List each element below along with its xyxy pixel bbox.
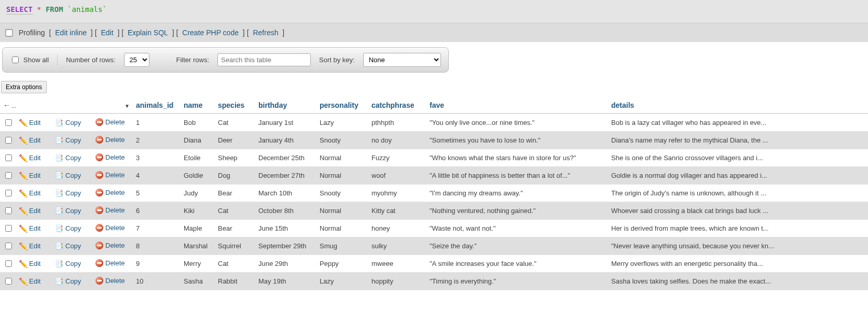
edit-row-link[interactable]: Edit — [19, 207, 40, 215]
col-fave[interactable]: fave — [426, 97, 608, 114]
table-row: EditCopyDelete2DianaDeerJanuary 4thSnoot… — [0, 132, 868, 149]
delete-row-link[interactable]: Delete — [95, 136, 125, 144]
delete-row-link[interactable]: Delete — [95, 277, 125, 285]
col-catchphrase[interactable]: catchphrase — [368, 97, 426, 114]
pencil-icon — [19, 172, 27, 180]
cell-details: The origin of Judy's name is unknown, al… — [608, 185, 868, 202]
row-checkbox[interactable] — [5, 260, 12, 267]
table-row: EditCopyDelete4GoldieDogDecember 27thNor… — [0, 167, 868, 185]
cell-birthday: January 1st — [255, 114, 316, 132]
copy-row-link[interactable]: Copy — [55, 277, 81, 286]
num-rows-select[interactable]: 25 — [124, 53, 149, 67]
sql-query-display: SELECT * FROM `animals` — [0, 0, 868, 23]
row-checkbox[interactable] — [5, 190, 12, 196]
sort-direction-header[interactable]: ←T→ — [0, 97, 16, 114]
pencil-icon — [19, 207, 27, 215]
copy-icon — [55, 136, 63, 145]
pencil-icon — [19, 119, 27, 127]
row-checkbox[interactable] — [5, 154, 12, 161]
row-checkbox[interactable] — [5, 278, 12, 285]
cell-details: Bob is a lazy cat villager who has appea… — [608, 114, 868, 132]
col-species[interactable]: species — [215, 97, 255, 114]
cell-id: 10 — [133, 273, 181, 290]
cell-id: 7 — [133, 220, 181, 237]
delete-row-link[interactable]: Delete — [95, 171, 125, 179]
copy-row-link[interactable]: Copy — [55, 260, 81, 268]
copy-icon — [55, 172, 63, 180]
explain-sql-link[interactable]: Explain SQL — [128, 29, 168, 37]
edit-link[interactable]: Edit — [101, 29, 113, 37]
sort-by-key-select[interactable]: None — [363, 53, 441, 67]
filter-rows-input[interactable] — [217, 53, 311, 66]
delete-row-link[interactable]: Delete — [95, 153, 125, 161]
copy-row-link[interactable]: Copy — [55, 189, 81, 197]
delete-row-link[interactable]: Delete — [95, 118, 125, 126]
edit-inline-link[interactable]: Edit inline — [55, 29, 87, 37]
copy-icon — [55, 242, 63, 250]
cell-catchphrase: Fuzzy — [368, 149, 426, 167]
edit-row-link[interactable]: Edit — [19, 189, 40, 197]
results-controls: Show all Number of rows: 25 Filter rows:… — [2, 47, 449, 73]
delete-icon — [95, 242, 103, 249]
edit-row-link[interactable]: Edit — [19, 172, 40, 180]
cell-name: Merry — [181, 255, 215, 273]
cell-name: Judy — [181, 185, 215, 202]
cell-birthday: September 29th — [255, 237, 316, 255]
cell-species: Deer — [215, 132, 255, 149]
cell-fave: "Nothing ventured, nothing gained." — [426, 202, 608, 220]
edit-row-link[interactable]: Edit — [19, 154, 40, 162]
edit-row-link[interactable]: Edit — [19, 119, 40, 127]
show-all-checkbox[interactable] — [12, 56, 19, 63]
profiling-checkbox[interactable] — [5, 29, 12, 36]
row-checkbox[interactable] — [5, 207, 12, 214]
create-php-link[interactable]: Create PHP code — [182, 29, 239, 37]
col-animals-id[interactable]: animals_id — [133, 97, 181, 114]
copy-row-link[interactable]: Copy — [55, 119, 81, 127]
delete-row-link[interactable]: Delete — [95, 242, 125, 249]
refresh-link[interactable]: Refresh — [253, 29, 278, 37]
cell-birthday: May 19th — [255, 273, 316, 290]
cell-details: She is one of the Sanrio crossover villa… — [608, 149, 868, 167]
edit-row-link[interactable]: Edit — [19, 224, 40, 233]
col-name[interactable]: name — [181, 97, 215, 114]
delete-icon — [95, 277, 103, 285]
row-checkbox[interactable] — [5, 119, 12, 126]
edit-row-link[interactable]: Edit — [19, 136, 40, 145]
delete-row-link[interactable]: Delete — [95, 259, 125, 267]
delete-row-link[interactable]: Delete — [95, 224, 125, 232]
edit-row-link[interactable]: Edit — [19, 260, 40, 268]
delete-row-link[interactable]: Delete — [95, 189, 125, 196]
extra-options-button[interactable]: Extra options — [1, 81, 47, 93]
cell-species: Dog — [215, 167, 255, 185]
copy-icon — [55, 260, 63, 268]
col-personality[interactable]: personality — [316, 97, 368, 114]
copy-row-link[interactable]: Copy — [55, 172, 81, 180]
cell-species: Rabbit — [215, 273, 255, 290]
cell-catchphrase: sulky — [368, 237, 426, 255]
row-checkbox[interactable] — [5, 225, 12, 232]
edit-row-link[interactable]: Edit — [19, 277, 40, 286]
profiling-label: Profiling — [19, 29, 45, 37]
copy-row-link[interactable]: Copy — [55, 224, 81, 233]
num-rows-label: Number of rows: — [66, 56, 115, 64]
copy-icon — [55, 154, 63, 162]
show-all-control[interactable]: Show all — [10, 55, 49, 65]
dropdown-caret-icon[interactable]: ▼ — [125, 103, 130, 109]
cell-birthday: March 10th — [255, 185, 316, 202]
delete-row-link[interactable]: Delete — [95, 206, 125, 214]
copy-row-link[interactable]: Copy — [55, 207, 81, 215]
row-checkbox[interactable] — [5, 243, 12, 249]
row-checkbox[interactable] — [5, 137, 12, 144]
copy-row-link[interactable]: Copy — [55, 242, 81, 250]
show-all-label: Show all — [23, 56, 49, 64]
row-checkbox[interactable] — [5, 172, 12, 179]
edit-row-link[interactable]: Edit — [19, 242, 40, 250]
cell-personality: Snooty — [316, 185, 368, 202]
table-row: EditCopyDelete5JudyBearMarch 10thSnootym… — [0, 185, 868, 202]
copy-row-link[interactable]: Copy — [55, 154, 81, 162]
copy-row-link[interactable]: Copy — [55, 136, 81, 145]
cell-name: Maple — [181, 220, 215, 237]
cell-birthday: December 27th — [255, 167, 316, 185]
col-details[interactable]: details — [608, 97, 868, 114]
col-birthday[interactable]: birthday — [255, 97, 316, 114]
